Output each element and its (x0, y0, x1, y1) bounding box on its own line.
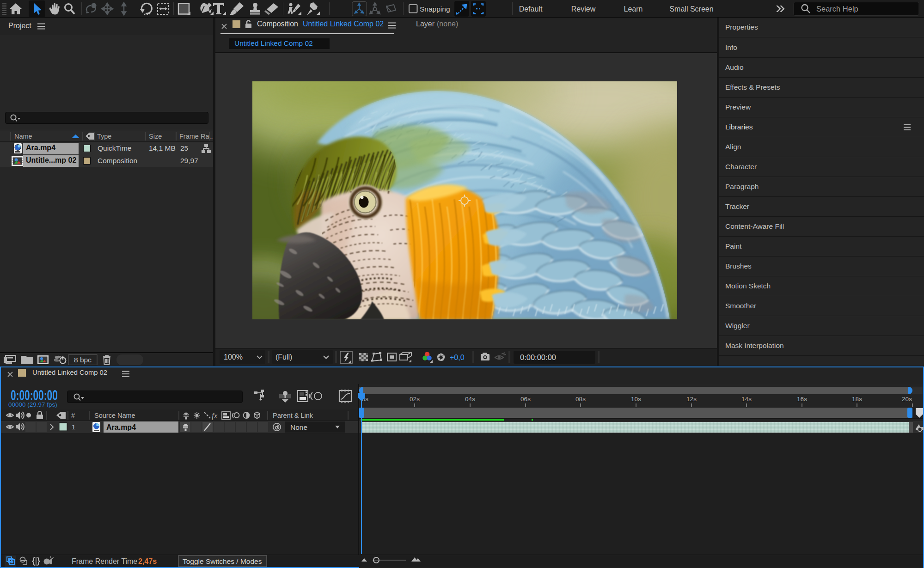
svg-text:Learn: Learn (624, 5, 643, 13)
svg-text:04s: 04s (465, 396, 475, 403)
svg-text:Source Name: Source Name (94, 412, 135, 419)
svg-text:Size: Size (149, 133, 162, 140)
svg-text:18s: 18s (852, 396, 862, 403)
svg-text:Frame Ra...: Frame Ra... (179, 133, 213, 140)
svg-text:Toggle Switches / Modes: Toggle Switches / Modes (183, 557, 262, 565)
svg-text:Type: Type (97, 133, 111, 140)
svg-text:Search Help: Search Help (816, 5, 858, 13)
svg-text:8 bpc: 8 bpc (74, 356, 92, 364)
svg-text:06s: 06s (520, 396, 531, 403)
svg-text:Review: Review (571, 5, 596, 13)
svg-text:20s: 20s (902, 396, 912, 403)
svg-text:Snapping: Snapping (420, 5, 450, 13)
svg-text:14s: 14s (741, 396, 752, 403)
svg-text:(Full): (Full) (275, 353, 292, 361)
svg-text:16s: 16s (797, 396, 807, 403)
svg-text:fx: fx (212, 411, 218, 420)
svg-text:02s: 02s (410, 396, 420, 403)
svg-text:Small Screen: Small Screen (669, 5, 713, 13)
svg-text:10s: 10s (631, 396, 641, 403)
svg-text:Frame Render Time: Frame Render Time (72, 557, 137, 565)
svg-text:+0,0: +0,0 (450, 354, 465, 361)
svg-text:100%: 100% (224, 353, 243, 361)
svg-text:Ara.mp4: Ara.mp4 (106, 423, 136, 431)
svg-text:2,47s: 2,47s (138, 557, 157, 565)
svg-text:Parent & Link: Parent & Link (273, 412, 313, 419)
svg-text:1: 1 (72, 423, 75, 431)
svg-text:12s: 12s (686, 396, 697, 403)
svg-text:None: None (290, 423, 307, 431)
svg-text:0:00:00:00: 0:00:00:00 (520, 353, 556, 361)
svg-text:#: # (71, 412, 75, 419)
svg-text:Name: Name (14, 133, 32, 140)
svg-text:08s: 08s (575, 396, 586, 403)
svg-text:Default: Default (519, 5, 543, 13)
